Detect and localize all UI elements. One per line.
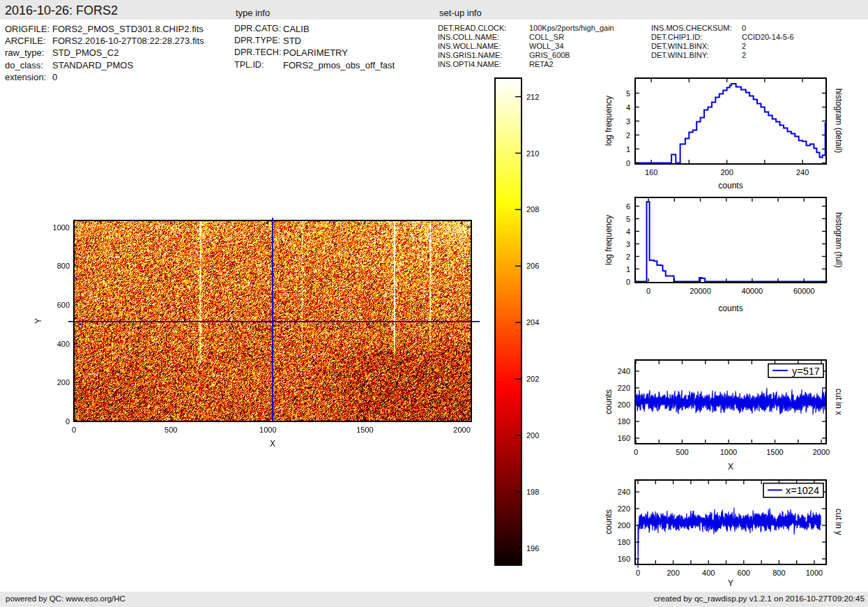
svg-text:2: 2: [626, 253, 630, 261]
svg-text:60000: 60000: [793, 287, 815, 295]
svg-text:1000: 1000: [806, 569, 823, 577]
svg-text:200: 200: [618, 521, 630, 530]
svg-text:4: 4: [626, 103, 630, 112]
svg-text:212: 212: [526, 93, 539, 101]
svg-text:0: 0: [636, 569, 640, 577]
svg-text:y=517: y=517: [792, 366, 820, 377]
svg-text:histogram (full): histogram (full): [834, 212, 844, 267]
svg-text:160: 160: [618, 555, 630, 563]
svg-text:600: 600: [57, 301, 70, 309]
svg-text:2: 2: [626, 131, 630, 140]
svg-text:180: 180: [618, 538, 630, 546]
svg-text:180: 180: [618, 417, 630, 426]
svg-text:0: 0: [634, 448, 638, 456]
svg-text:240: 240: [618, 488, 630, 496]
svg-text:Y: Y: [33, 318, 43, 324]
svg-text:210: 210: [526, 149, 539, 158]
svg-text:200: 200: [720, 168, 733, 177]
svg-text:40000: 40000: [742, 287, 763, 295]
svg-text:log frequency: log frequency: [604, 215, 614, 265]
svg-text:3: 3: [626, 117, 630, 126]
svg-text:0: 0: [72, 426, 76, 434]
svg-text:0: 0: [66, 417, 70, 426]
svg-text:2000: 2000: [453, 426, 470, 434]
svg-text:cut in y: cut in y: [834, 509, 844, 535]
svg-text:204: 204: [526, 318, 539, 327]
svg-text:0: 0: [646, 287, 650, 295]
svg-text:5: 5: [626, 215, 630, 223]
svg-text:6: 6: [626, 202, 630, 211]
svg-text:counts: counts: [718, 304, 743, 313]
svg-text:400: 400: [702, 569, 715, 577]
svg-text:1500: 1500: [766, 448, 783, 456]
svg-text:0: 0: [626, 278, 630, 286]
svg-text:200: 200: [667, 569, 679, 577]
svg-text:240: 240: [796, 168, 809, 177]
svg-text:240: 240: [618, 367, 630, 375]
svg-text:200: 200: [526, 431, 539, 440]
svg-text:20000: 20000: [690, 287, 711, 295]
svg-text:206: 206: [526, 262, 539, 270]
svg-text:1500: 1500: [356, 426, 373, 434]
svg-text:4: 4: [626, 227, 630, 236]
svg-text:Y: Y: [728, 578, 733, 588]
svg-text:198: 198: [526, 488, 539, 496]
svg-text:200: 200: [57, 378, 70, 387]
svg-text:1: 1: [626, 145, 630, 153]
svg-text:counts: counts: [604, 389, 614, 414]
svg-text:0: 0: [626, 159, 630, 167]
svg-text:800: 800: [57, 262, 70, 270]
svg-text:X: X: [270, 439, 275, 449]
svg-text:1000: 1000: [259, 426, 276, 434]
svg-text:counts: counts: [604, 509, 614, 534]
svg-text:x=1024: x=1024: [786, 485, 819, 496]
svg-text:220: 220: [618, 504, 630, 513]
svg-text:208: 208: [526, 205, 539, 213]
svg-text:3: 3: [626, 240, 630, 248]
svg-text:200: 200: [618, 400, 630, 409]
svg-text:500: 500: [165, 426, 177, 434]
svg-text:1000: 1000: [720, 448, 737, 456]
svg-text:log frequency: log frequency: [604, 96, 614, 146]
svg-text:1: 1: [626, 265, 630, 273]
svg-text:cut in x: cut in x: [834, 389, 844, 415]
svg-text:800: 800: [772, 569, 785, 577]
svg-text:160: 160: [618, 434, 630, 442]
svg-text:5: 5: [626, 89, 630, 98]
svg-text:196: 196: [526, 544, 539, 553]
svg-text:202: 202: [526, 375, 539, 383]
svg-text:600: 600: [738, 569, 750, 577]
svg-text:400: 400: [57, 340, 70, 348]
svg-text:500: 500: [676, 448, 688, 456]
svg-text:1000: 1000: [53, 223, 70, 232]
svg-text:2000: 2000: [813, 448, 830, 456]
svg-text:220: 220: [618, 384, 630, 392]
svg-text:160: 160: [645, 168, 657, 177]
svg-text:histogram (detail): histogram (detail): [834, 89, 844, 153]
